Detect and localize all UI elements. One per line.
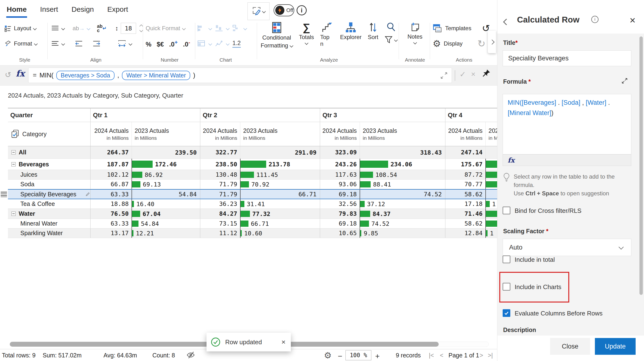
formula-expand-icon[interactable] [621,77,628,84]
table-row[interactable]: All264.37239.50322.77291.09323.09318.432… [8,146,497,159]
horizontal-align-button[interactable] [51,41,60,47]
formula-input[interactable]: = MIN( Beverages > Soda , Water > Minera… [28,68,452,83]
table-row[interactable]: Beverages187.87172.46238.50213.78243.262… [8,159,497,170]
top-n-button[interactable]: Top n [320,22,334,47]
quarter-header[interactable]: Qtr 2 [200,108,320,122]
format-button[interactable]: Format [4,37,37,50]
quick-format-dropdown[interactable]: Quick Format [146,22,185,35]
formula-undo-icon[interactable]: ↺ [5,70,11,79]
collapse-icon[interactable] [11,162,16,167]
decrease-decimal-button[interactable]: .0- [183,39,190,48]
info-button[interactable]: i [296,5,307,15]
measure-header-2023[interactable]: 2023 Actualsin Millions [486,122,497,146]
conditional-formatting-button[interactable]: Conditional Formatting [261,22,293,49]
ai-toggle[interactable]: Off [274,4,294,16]
formula-pin-icon[interactable] [482,69,491,77]
search-button[interactable] [386,22,396,32]
vertical-align-button[interactable] [51,25,60,32]
templates-button[interactable]: Templates [445,25,471,32]
sort-button[interactable]: Sort [368,22,378,41]
wrap-text-button[interactable]: abc↵ [97,24,106,33]
formula-expand-icon[interactable] [440,72,448,79]
row-height-input[interactable]: 18 [121,23,136,34]
formula-chip-water-mineral[interactable]: Water > Mineral Water [122,71,190,80]
totals-button[interactable]: ∑ Totals [299,22,314,44]
table-chart-button[interactable] [198,40,206,47]
formula-chip-beverages-soda[interactable]: Beverages > Soda [56,71,114,80]
quarter-header[interactable]: Qtr 3 [320,108,445,122]
close-button[interactable]: Close [550,338,590,355]
quarter-header[interactable]: Qtr 4 [445,108,497,122]
increase-indent-button[interactable] [92,40,101,47]
prev-page-button[interactable]: < [440,352,444,359]
tab-home[interactable]: Home [6,4,27,18]
table-row-calculated[interactable]: Speciality Beverages63.3354.8471.7966.71… [8,189,497,199]
waterfall-chart-button[interactable] [232,25,240,32]
table-row[interactable]: Juices102.1286.92130.48111.45117.63108.5… [8,170,497,180]
column-width-button[interactable] [117,40,127,48]
row-drag-handle[interactable] [1,192,7,197]
row-label[interactable]: Tea & Coffee [8,199,90,209]
edit-row-pencil-icon[interactable] [85,191,90,197]
table-row[interactable]: Water76.5067.0484.2777.3279.8384.3771.46 [8,209,497,219]
row-label[interactable]: Mineral Water [8,219,90,228]
column-chart-button[interactable] [215,25,223,32]
row-label[interactable]: Juices [8,170,90,179]
filter-button[interactable] [384,36,397,44]
row-label[interactable]: Sparkling Water [8,228,90,238]
collapse-icon[interactable] [11,150,16,155]
quarter-header[interactable]: Qtr 1 [90,108,200,122]
notes-button[interactable]: Notes [402,22,428,44]
collapse-icon[interactable] [11,211,16,216]
currency-format-button[interactable]: $€ [157,41,164,48]
eye-off-icon[interactable] [186,351,195,359]
row-label[interactable]: Speciality Beverages [8,190,90,199]
ribbon-expand-button[interactable] [488,31,496,53]
edit-mode-button[interactable] [248,3,270,20]
percent-format-button[interactable]: % [146,41,152,48]
display-button[interactable]: Display [444,40,463,47]
corner-header[interactable]: Quarter [8,108,90,122]
zoom-in-button[interactable]: + [375,352,380,361]
row-label[interactable]: All [8,146,90,158]
zoom-level-input[interactable]: 100 % [346,350,371,360]
measure-header-2024[interactable]: 2024 Actualsin Millions [445,122,486,146]
zoom-out-button[interactable]: − [338,352,342,361]
measure-header-2023[interactable]: 2023 Actualsin Millions [132,122,200,146]
measure-header-2024[interactable]: 2024 Actualsin Millions [320,122,360,146]
bind-cross-filter-checkbox[interactable] [503,207,510,214]
bar-chart-button[interactable] [198,25,206,32]
panel-info-icon[interactable]: i [591,16,598,23]
tab-insert[interactable]: Insert [40,4,58,18]
formula-cancel-icon[interactable]: × [471,70,476,79]
last-page-button[interactable]: >| [488,352,493,359]
formula-accept-icon[interactable]: ✓ [460,70,466,79]
category-header[interactable]: Category [8,122,90,146]
decimal-display-button[interactable]: 1.2 [232,40,241,48]
layout-button[interactable]: Layout [4,22,36,35]
panel-scrollbar-thumb[interactable] [640,37,643,295]
measure-header-2023[interactable]: 2023 Actualsin Millions [360,122,445,146]
include-in-charts-checkbox[interactable] [503,283,510,290]
line-chart-button[interactable] [215,40,223,47]
row-label[interactable]: Beverages [8,159,90,170]
table-row[interactable]: Sparkling Water13.1712.2111.1210.6010.65… [8,228,497,238]
settings-gear-icon[interactable]: ⚙ [324,350,332,360]
decrease-indent-button[interactable] [74,40,83,47]
measure-header-2024[interactable]: 2024 Actualsin Millions [200,122,240,146]
back-chevron-icon[interactable] [503,19,510,25]
explorer-button[interactable]: Explorer [340,22,362,41]
evaluate-columns-checkbox[interactable] [503,309,510,317]
first-page-button[interactable]: |< [429,352,434,359]
panel-close-icon[interactable]: × [630,15,636,26]
table-row[interactable]: Tea & Coffee18.8816.4036.2331.4132.5637.… [8,199,497,209]
tab-design[interactable]: Design [71,4,94,18]
measure-header-2024[interactable]: 2024 Actualsin Millions [90,122,132,146]
title-field-input[interactable]: Speciality Beverages [503,50,631,66]
update-button[interactable]: Update [595,338,636,355]
text-overflow-button[interactable]: ab→ [72,25,85,32]
next-page-button[interactable]: > [480,352,483,359]
formula-editor[interactable]: MIN([Beverages] . [Soda] , [Water] . [Mi… [503,94,631,154]
formula-fx-strip[interactable]: fx [503,154,631,166]
row-height-stepper[interactable] [140,25,142,32]
